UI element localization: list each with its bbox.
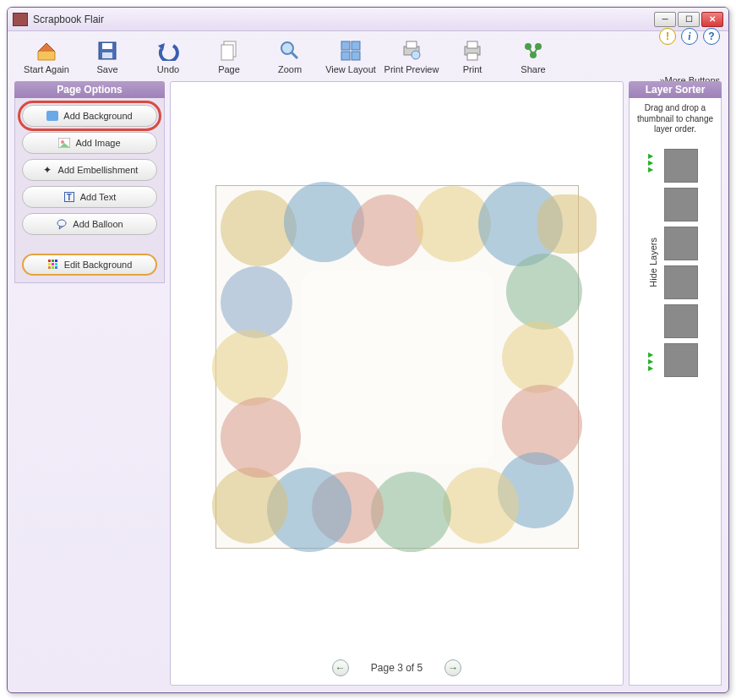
background-icon [46, 110, 58, 122]
layout-icon [338, 39, 363, 63]
print-preview-button[interactable]: Print Preview [381, 39, 442, 74]
svg-rect-12 [406, 41, 417, 48]
label: Print [463, 64, 482, 74]
svg-rect-27 [48, 263, 51, 265]
layer-thumb[interactable] [664, 227, 698, 260]
next-page-button[interactable]: → [444, 659, 461, 676]
app-title: Scrapbook Flair [33, 14, 654, 25]
hide-layers-toggle[interactable]: Hide Layers [648, 238, 658, 287]
label: Edit Background [64, 260, 133, 270]
edit-background-button[interactable]: Edit Background [22, 254, 157, 276]
share-icon [521, 39, 546, 63]
label: Add Image [75, 138, 120, 148]
help-buttons: ! i ? [659, 28, 720, 45]
balloon-icon [56, 218, 68, 230]
layer-thumbnails [660, 149, 702, 377]
window-controls: ─ ☐ ✕ [654, 12, 723, 27]
svg-rect-29 [55, 263, 57, 265]
label: Save [96, 64, 117, 74]
zoom-button[interactable]: Zoom [259, 39, 320, 74]
layer-sorter-header: Layer Sorter [629, 81, 722, 98]
layer-thumb[interactable] [664, 304, 698, 338]
svg-rect-10 [352, 52, 360, 60]
add-text-button[interactable]: T Add Text [22, 186, 157, 208]
print-button[interactable]: Print [442, 39, 503, 74]
main-toolbar: Start Again Save Undo Page Zoom View Lay… [8, 31, 728, 80]
image-icon [58, 137, 70, 149]
svg-point-22 [61, 140, 64, 144]
add-image-button[interactable]: Add Image [22, 132, 157, 154]
embellish-icon: ✦ [41, 164, 53, 176]
svg-rect-20 [46, 111, 58, 121]
page-indicator: Page 3 of 5 [371, 662, 423, 674]
layer-sorter-panel: Layer Sorter Drag and drop a thumbnail t… [629, 81, 722, 686]
layer-thumb[interactable] [664, 265, 698, 299]
undo-button[interactable]: Undo [138, 39, 199, 74]
svg-rect-28 [52, 263, 54, 265]
alert-icon[interactable]: ! [659, 28, 676, 45]
svg-rect-9 [341, 52, 350, 60]
label: Add Text [80, 192, 117, 202]
svg-point-5 [281, 42, 293, 54]
minimize-button[interactable]: ─ [654, 12, 676, 27]
print-preview-icon [399, 39, 424, 63]
save-button[interactable]: Save [77, 39, 138, 74]
share-button[interactable]: Share [503, 39, 564, 74]
page-navigator: ← Page 3 of 5 → [171, 651, 623, 685]
main-body: Page Options Add Background Add Image ✦ … [8, 80, 728, 692]
label: Share [521, 64, 545, 74]
grid-icon [47, 259, 59, 271]
start-again-button[interactable]: Start Again [16, 39, 77, 74]
svg-rect-30 [48, 266, 51, 269]
maximize-button[interactable]: ☐ [678, 12, 700, 27]
add-background-button[interactable]: Add Background [22, 105, 157, 127]
page-options-header: Page Options [14, 81, 165, 98]
label: Undo [157, 64, 179, 74]
svg-rect-26 [55, 260, 57, 262]
svg-point-13 [412, 51, 420, 59]
print-icon [460, 39, 485, 63]
svg-rect-7 [341, 41, 350, 50]
save-icon [95, 39, 120, 63]
layer-thumb[interactable] [664, 188, 698, 221]
svg-rect-16 [467, 53, 477, 60]
layer-thumb[interactable] [664, 343, 698, 377]
zoom-icon [277, 39, 303, 63]
svg-rect-25 [52, 260, 54, 262]
app-icon [13, 13, 28, 26]
label: Add Embellishment [58, 165, 139, 175]
svg-point-23 [57, 220, 66, 227]
view-layout-button[interactable]: View Layout [320, 39, 381, 74]
arrow-icon: ▶ [648, 167, 658, 173]
undo-icon [155, 39, 181, 63]
text-icon: T [63, 191, 75, 203]
label: Add Balloon [73, 219, 123, 229]
page-icon [216, 39, 242, 63]
canvas[interactable] [171, 82, 623, 651]
label: Page [218, 64, 240, 74]
add-embellishment-button[interactable]: ✦ Add Embellishment [22, 159, 157, 181]
label: Print Preview [384, 64, 439, 74]
svg-rect-8 [352, 41, 360, 50]
page-options-panel: Page Options Add Background Add Image ✦ … [14, 81, 165, 686]
add-balloon-button[interactable]: Add Balloon [22, 213, 157, 235]
scrapbook-page[interactable] [215, 185, 579, 549]
help-icon[interactable]: ? [703, 28, 720, 45]
svg-line-6 [292, 52, 297, 58]
label: View Layout [325, 64, 376, 74]
svg-rect-31 [52, 266, 54, 269]
arrow-icon: ▶ [648, 365, 658, 372]
layer-thumb[interactable] [664, 149, 698, 183]
info-icon[interactable]: i [681, 28, 698, 45]
prev-page-button[interactable]: ← [332, 659, 349, 676]
titlebar: Scrapbook Flair ─ ☐ ✕ [8, 8, 728, 31]
close-button[interactable]: ✕ [701, 12, 723, 27]
page-button[interactable]: Page [199, 39, 259, 74]
layer-sorter-hint: Drag and drop a thumbnail to change laye… [633, 103, 717, 135]
label: Zoom [278, 64, 302, 74]
svg-rect-24 [48, 260, 51, 262]
app-window: Scrapbook Flair ─ ☐ ✕ Start Again Save U… [7, 7, 729, 693]
svg-rect-1 [102, 43, 112, 49]
svg-rect-15 [467, 41, 477, 48]
home-icon [34, 39, 59, 63]
